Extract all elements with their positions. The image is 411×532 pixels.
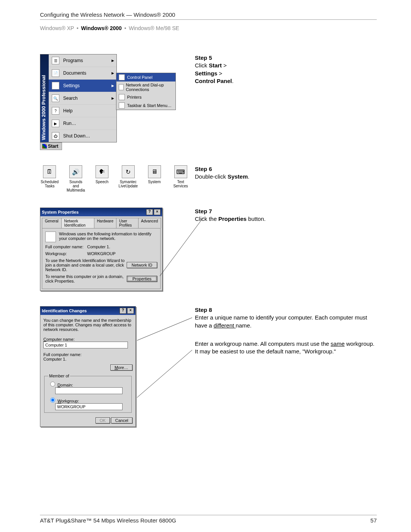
sysprops-tabs: General Network Identification Hardware …	[40, 216, 162, 228]
wizard-text: To use the Network Identification Wizard…	[45, 258, 127, 272]
close-button[interactable]: ×	[127, 308, 134, 314]
taskbar-icon	[119, 102, 125, 109]
workgroup-radio[interactable]	[50, 398, 55, 403]
page-footer: AT&T Plug&Share™ 54 Mbps Wireless Router…	[40, 517, 377, 524]
full-name-value: Computer 1.	[87, 244, 110, 249]
ok-button[interactable]: OK	[96, 417, 110, 423]
search-icon: 🔍	[52, 94, 59, 102]
full-name-label: Full computer name:	[45, 244, 87, 249]
close-button[interactable]: ×	[154, 209, 161, 215]
step8-text-1: Enter a unique name to identify your com…	[195, 314, 377, 329]
help-button[interactable]: ?	[119, 308, 126, 314]
speech-icon: 🗣	[96, 165, 108, 178]
properties-button[interactable]: Properties	[127, 276, 157, 282]
start-menu-programs[interactable]: ☰Programs▶	[49, 54, 116, 67]
programs-icon: ☰	[52, 57, 59, 64]
tab-hardware[interactable]: Hardware	[94, 218, 116, 228]
step6-label: Step 6	[195, 165, 377, 173]
sysprops-desc: Windows uses the following information t…	[59, 232, 157, 242]
step7-label: Step 7	[195, 208, 377, 215]
submenu-control-panel[interactable]: Control Panel	[116, 73, 175, 81]
idchanges-title: Identification Changes	[42, 308, 119, 313]
tab-advanced[interactable]: Advanced	[138, 218, 161, 228]
start-menu-documents[interactable]: 📄Documents▶	[49, 67, 116, 79]
submenu-printers[interactable]: Printers	[116, 93, 175, 101]
divider	[40, 19, 377, 20]
settings-submenu: Control Panel Network and Dial-up Connec…	[116, 73, 176, 110]
cancel-button[interactable]: Cancel	[111, 417, 132, 423]
breadcrumb-me98[interactable]: Windows® Me/98 SE	[129, 25, 179, 31]
idchanges-desc: You can change the name and the membersh…	[43, 318, 132, 332]
submenu-taskbar[interactable]: Taskbar & Start Menu…	[116, 101, 175, 110]
workgroup-value: WORKGROUP	[87, 251, 116, 256]
start-menu-shutdown[interactable]: ⏻Shut Down…	[49, 129, 116, 142]
breadcrumb-xp[interactable]: Windows® XP	[40, 25, 74, 31]
start-button[interactable]: Start	[40, 142, 62, 150]
settings-icon: ⚙	[52, 82, 59, 89]
breadcrumb-w2k[interactable]: Windows® 2000	[81, 25, 122, 31]
idc-full-name-label: Full computer name:	[43, 352, 132, 357]
submenu-network[interactable]: Network and Dial-up Connections	[116, 81, 175, 93]
cp-sounds[interactable]: 🔊Sounds and Multimedia	[66, 165, 86, 192]
step5-label: Step 5	[195, 54, 377, 62]
cp-text-services[interactable]: ⌨Text Services	[171, 165, 190, 192]
control-panel-icon	[119, 74, 125, 80]
run-icon: ▶	[52, 120, 59, 127]
liveupdate-icon: ↻	[122, 165, 135, 178]
sysprops-title: System Properties	[42, 210, 145, 214]
workgroup-field[interactable]	[55, 403, 123, 410]
network-id-button[interactable]: Network ID	[127, 262, 157, 268]
step5-text: Click Start > Settings > Control Panel.	[195, 62, 377, 85]
start-menu: Windows 2000 Professional ☰Programs▶ 📄Do…	[40, 54, 117, 142]
cp-scheduled-tasks[interactable]: 🗓Scheduled Tasks	[40, 165, 59, 192]
tab-general[interactable]: General	[42, 218, 62, 228]
network-icon	[119, 84, 124, 90]
idc-full-name-value: Computer 1.	[43, 357, 132, 361]
domain-field[interactable]	[55, 387, 123, 394]
cp-system[interactable]: 🖥System	[145, 165, 164, 192]
computer-name-field[interactable]	[43, 342, 128, 348]
start-menu-settings[interactable]: ⚙Settings▶	[49, 79, 116, 92]
help-icon: ?	[52, 107, 59, 115]
help-button[interactable]: ?	[146, 209, 153, 215]
step7-text: Click the Properties button.	[195, 215, 377, 223]
cp-liveupdate[interactable]: ↻Symantec LiveUpdate	[118, 165, 138, 192]
page-title: Configuring the Wireless Network — Windo…	[40, 11, 377, 18]
computer-name-label: Computer name:	[43, 337, 132, 342]
cp-speech[interactable]: 🗣Speech	[92, 165, 112, 192]
workgroup-label: Workgroup:	[45, 251, 87, 256]
start-menu-help[interactable]: ?Help	[49, 104, 116, 117]
start-menu-banner: Windows 2000 Professional	[40, 54, 49, 142]
system-properties-window: System Properties ? × General Network Id…	[40, 208, 162, 291]
start-menu-search[interactable]: 🔍Search▶	[49, 92, 116, 104]
windows-flag-icon	[42, 144, 47, 149]
control-panel-icons: 🗓Scheduled Tasks 🔊Sounds and Multimedia …	[40, 165, 190, 192]
tab-network-id[interactable]: Network Identification	[61, 218, 94, 228]
scheduled-tasks-icon: 🗓	[43, 165, 56, 178]
system-icon: 🖥	[148, 165, 161, 178]
member-of-group: Member of Domain: Workgroup:	[44, 374, 132, 413]
tab-user-profiles[interactable]: User Profiles	[116, 218, 139, 228]
page-number: 57	[370, 517, 377, 524]
identification-changes-window: Identification Changes ? × You can chang…	[40, 306, 136, 427]
sounds-icon: 🔊	[69, 165, 82, 178]
text-services-icon: ⌨	[174, 165, 187, 178]
printers-icon	[119, 94, 125, 100]
step8-text-2: Enter a workgroup name. All computers mu…	[195, 340, 377, 356]
step8-label: Step 8	[195, 306, 377, 314]
more-button[interactable]: More…	[110, 364, 132, 371]
start-menu-run[interactable]: ▶Run…	[49, 117, 116, 129]
documents-icon: 📄	[52, 69, 59, 77]
shutdown-icon: ⏻	[52, 132, 59, 140]
rename-text: To rename this computer or join a domain…	[45, 274, 127, 283]
footer-left: AT&T Plug&Share™ 54 Mbps Wireless Router…	[40, 517, 176, 524]
step6-text: Double-click System.	[195, 173, 377, 181]
domain-radio[interactable]	[50, 382, 55, 387]
breadcrumb: Windows® XP • Windows® 2000 • Windows® M…	[40, 25, 377, 31]
computer-icon	[45, 232, 56, 242]
